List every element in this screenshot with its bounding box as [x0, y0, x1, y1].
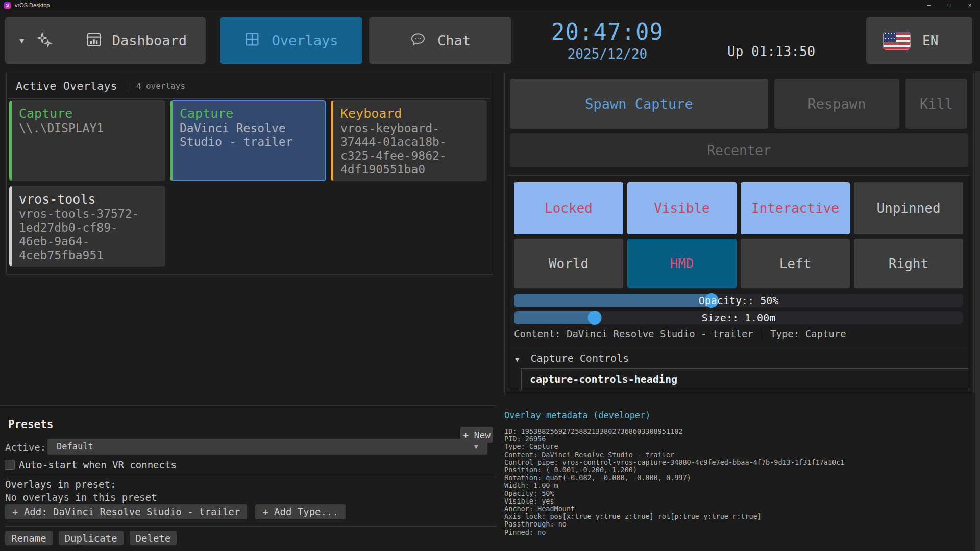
overlay-metadata-panel: Overlay metadata (developer) ID: 1953882…: [504, 410, 974, 536]
toggle-right[interactable]: Right: [854, 239, 963, 288]
metadata-line: Pinned: no: [504, 529, 974, 536]
metadata-lines: ID: 195388256927258821338027368603308951…: [504, 428, 974, 536]
app-window: S vrOS Desktop ─ □ × ▼: [0, 0, 980, 551]
toggle-interactive[interactable]: Interactive: [741, 182, 850, 234]
toggle-world[interactable]: World: [514, 239, 623, 288]
respawn-button[interactable]: Respawn: [774, 79, 899, 129]
tab-chat[interactable]: Chat: [369, 17, 511, 64]
overlay-card-display1[interactable]: Capture \\.\DISPLAY1: [9, 100, 165, 181]
toggle-hmd[interactable]: HMD: [627, 239, 737, 288]
dropdown-caret-icon: ▼: [474, 442, 478, 450]
summary-divider: [762, 329, 762, 339]
add-type-button[interactable]: + Add Type...: [255, 504, 346, 519]
overlay-card-content: vros-keyboard-37444-01aca18b-c325-4fee-9…: [340, 121, 475, 177]
window-title: vrOS Desktop: [15, 2, 50, 8]
active-overlays-title: Active Overlays: [16, 80, 117, 92]
maximize-button[interactable]: □: [939, 0, 960, 10]
spawn-capture-button[interactable]: Spawn Capture: [510, 79, 768, 129]
size-slider-label: Size:: 1.00m: [514, 311, 963, 324]
metadata-line: Anchor: HeadMount: [504, 505, 974, 513]
autostart-checkbox[interactable]: [5, 460, 15, 470]
overlay-content-info: Content: DaVinci Resolve Studio - traile…: [514, 328, 753, 339]
metadata-line: Content: DaVinci Resolve Studio - traile…: [504, 451, 974, 459]
overlay-controls-panel: Spawn Capture Respawn Kill Recenter Lock…: [504, 73, 974, 394]
capture-controls-rule: [510, 347, 967, 347]
duplicate-button[interactable]: Duplicate: [59, 531, 124, 545]
toggle-locked[interactable]: Locked: [514, 182, 623, 234]
metadata-line: Opacity: 50%: [504, 490, 974, 497]
overlay-card-keyboard[interactable]: Keyboard vros-keyboard-37444-01aca18b-c3…: [331, 100, 487, 181]
metadata-line: Control pipe: vros-control-vros-capture-…: [504, 459, 974, 466]
toggle-row-flags: Locked Visible Interactive Unpinned: [514, 182, 963, 234]
uptime-label: Up 01:13:50: [727, 44, 815, 59]
window-controls: ─ □ ×: [919, 0, 980, 10]
overlay-card-type: Keyboard: [340, 106, 475, 121]
action-button-row: Spawn Capture Respawn Kill: [510, 79, 967, 129]
metadata-line: Rotation: quat(-0.082, -0.000, -0.000, 0…: [504, 474, 974, 482]
overlay-card-content: DaVinci Resolve Studio - trailer: [180, 121, 314, 149]
overlay-card-type: vros-tools: [19, 192, 153, 207]
metadata-line: Passthrough: no: [504, 520, 974, 528]
add-overlay-button[interactable]: + Add: DaVinci Resolve Studio - trailer: [5, 504, 247, 519]
metadata-line: Position: (-0.001,-0.200,-1.200): [504, 466, 974, 474]
presets-top-rule: [0, 405, 497, 406]
overlay-card-content: vros-tools-37572-1ed27db0-cf89-46eb-9a64…: [19, 207, 153, 262]
language-code: EN: [922, 33, 938, 48]
autostart-row: Auto-start when VR connects: [5, 459, 177, 470]
active-preset-label: Active:: [5, 442, 46, 453]
presets-mid-rule: [5, 477, 497, 477]
collapse-caret-icon: ▼: [515, 355, 519, 363]
overlay-card-vros-tools[interactable]: vros-tools vros-tools-37572-1ed27db0-cf8…: [9, 186, 165, 267]
minimize-button[interactable]: ─: [919, 0, 939, 10]
overlay-properties-panel: Locked Visible Interactive Unpinned Worl…: [508, 175, 969, 390]
presets-title: Presets: [8, 418, 54, 431]
active-preset-select[interactable]: Default ▼: [47, 439, 487, 455]
metadata-line: PID: 26956: [504, 435, 974, 443]
tab-dashboard-label: Dashboard: [112, 33, 187, 48]
nav-dropdown-caret-icon[interactable]: ▼: [19, 36, 24, 45]
toggle-unpinned[interactable]: Unpinned: [854, 182, 963, 234]
capture-controls-box: capture-controls-heading Window Capture …: [521, 368, 969, 390]
preset-add-row: + Add: DaVinci Resolve Studio - trailer …: [5, 504, 346, 519]
metadata-title: Overlay metadata (developer): [504, 410, 974, 420]
autostart-label: Auto-start when VR connects: [19, 459, 177, 470]
active-overlays-header: Active Overlays 4 overlays: [16, 80, 492, 92]
metadata-line: Type: Capture: [504, 443, 974, 450]
capture-controls-section-toggle[interactable]: ▼ Capture Controls: [515, 352, 629, 364]
toggle-row-anchor: World HMD Left Right: [514, 239, 963, 288]
clock: 20:47:09 2025/12/20: [531, 19, 684, 63]
rename-button[interactable]: Rename: [5, 531, 53, 545]
sparkles-icon: [36, 31, 53, 51]
delete-button[interactable]: Delete: [130, 531, 177, 545]
overlays-in-preset-label: Overlays in preset:: [5, 479, 116, 490]
overlay-card-content: \\.\DISPLAY1: [19, 121, 153, 135]
active-preset-value: Default: [57, 441, 93, 452]
overlay-type-info: Type: Capture: [770, 328, 846, 339]
nav-bar: ▼ Dashboard: [0, 10, 980, 71]
tab-dashboard[interactable]: ▼ Dashboard: [5, 17, 206, 64]
us-flag-icon: [884, 32, 910, 49]
tab-overlays[interactable]: Overlays: [220, 17, 362, 64]
metadata-line: Axis lock: pos[x:true y:true z:true] rot…: [504, 513, 974, 520]
overlay-summary-line: Content: DaVinci Resolve Studio - traile…: [514, 328, 846, 339]
close-button[interactable]: ×: [960, 0, 980, 10]
opacity-slider-label: Opacity:: 50%: [514, 294, 963, 307]
recenter-button[interactable]: Recenter: [510, 133, 968, 167]
language-selector[interactable]: EN: [866, 17, 972, 64]
opacity-slider[interactable]: Opacity:: 50%: [514, 294, 963, 307]
capture-controls-heading: capture-controls-heading: [530, 373, 969, 385]
header-rule: [8, 98, 491, 99]
active-overlays-panel: Active Overlays 4 overlays Capture \\.\D…: [6, 73, 492, 275]
chat-bubble-icon: [410, 31, 426, 51]
overlay-card-type: Capture: [19, 106, 153, 121]
preset-manage-row: Rename Duplicate Delete: [5, 531, 177, 545]
toggle-left[interactable]: Left: [741, 239, 850, 288]
overlay-card-davinci-selected[interactable]: Capture DaVinci Resolve Studio - trailer: [170, 100, 326, 181]
metadata-line: Width: 1.00 m: [504, 482, 974, 489]
size-slider[interactable]: Size:: 1.00m: [514, 311, 963, 324]
metadata-line: Visible: yes: [504, 497, 974, 505]
vertical-scrollbar[interactable]: [975, 71, 980, 551]
toggle-visible[interactable]: Visible: [627, 182, 737, 234]
dashboard-icon: [86, 32, 102, 50]
kill-button[interactable]: Kill: [905, 79, 967, 129]
